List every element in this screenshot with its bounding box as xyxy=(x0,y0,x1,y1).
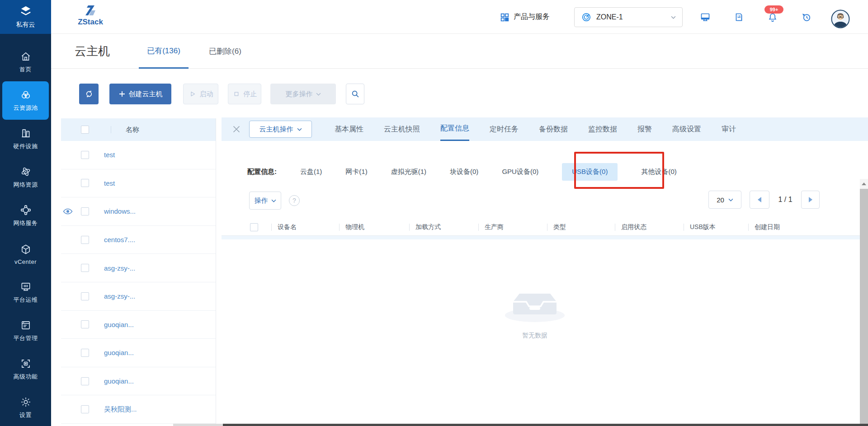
vertical-scrollbar-thumb[interactable] xyxy=(860,189,868,425)
console-monitor-icon[interactable] xyxy=(700,12,711,23)
vm-list-header: 名称 xyxy=(61,118,216,141)
tab-vm-snapshot[interactable]: 云主机快照 xyxy=(384,117,420,141)
tab-alarm[interactable]: 报警 xyxy=(637,117,652,141)
vm-row[interactable]: 吴秋阳测... xyxy=(61,395,216,424)
brand-label: 私有云 xyxy=(16,21,35,29)
tab-monitor-data[interactable]: 监控数据 xyxy=(588,117,617,141)
subtab-usb-device[interactable]: USB设备(0) xyxy=(562,163,618,181)
vm-actions-dropdown[interactable]: 云主机操作 xyxy=(249,121,312,138)
row-checkbox[interactable] xyxy=(81,377,89,385)
select-all-checkbox[interactable] xyxy=(81,126,89,134)
close-detail-icon[interactable] xyxy=(231,124,241,134)
help-icon[interactable]: ? xyxy=(289,195,300,206)
row-checkbox[interactable] xyxy=(81,236,89,244)
page-size-select[interactable]: 20 xyxy=(708,191,741,209)
vm-name-link[interactable]: asg-zsy-... xyxy=(104,292,135,300)
sidebar-item-network-service[interactable]: 网络服务 xyxy=(0,197,51,235)
vertical-scrollbar[interactable] xyxy=(860,179,868,426)
sidebar-item-network-resource[interactable]: 网络资源 xyxy=(0,158,51,197)
prev-page-button[interactable] xyxy=(750,191,769,209)
ops-dropdown-button[interactable]: 操作 xyxy=(249,192,281,210)
sidebar-item-vcenter[interactable]: vCenter xyxy=(0,235,51,273)
tab-backup-data[interactable]: 备份数据 xyxy=(539,117,568,141)
sidebar-item-settings[interactable]: 设置 xyxy=(0,389,51,426)
stop-button[interactable]: 停止 xyxy=(228,84,261,104)
row-checkbox[interactable] xyxy=(81,207,89,215)
vm-row[interactable]: asg-zsy-... xyxy=(61,282,216,311)
zstack-logo[interactable]: ZStack xyxy=(77,5,104,27)
subtab-other-device[interactable]: 其他设备(0) xyxy=(641,168,676,176)
vm-row[interactable]: test xyxy=(61,169,216,198)
tab-scheduled-tasks[interactable]: 定时任务 xyxy=(490,117,519,141)
vm-row[interactable]: guoqian... xyxy=(61,311,216,339)
scroll-up-arrow[interactable] xyxy=(860,179,868,189)
advanced-features-icon xyxy=(20,358,32,370)
more-actions-button[interactable]: 更多操作 xyxy=(270,84,336,104)
sidebar: 私有云 首页 云资源池 硬件设施 xyxy=(0,0,51,426)
chevron-down-icon xyxy=(728,198,733,201)
search-button[interactable] xyxy=(346,84,364,104)
subtab-volume[interactable]: 云盘(1) xyxy=(300,168,322,176)
tab-deleted[interactable]: 已删除(6) xyxy=(207,34,243,69)
refresh-icon xyxy=(84,89,94,99)
zstack-logo-icon xyxy=(84,5,97,17)
vm-name-link[interactable]: centos7.... xyxy=(104,236,135,243)
vm-row[interactable]: guoqian... xyxy=(61,339,216,367)
vm-name-link[interactable]: 吴秋阳测... xyxy=(104,405,137,414)
sidebar-brand[interactable]: 私有云 xyxy=(0,0,51,34)
history-clock-icon[interactable] xyxy=(801,12,812,23)
vm-name-link[interactable]: test xyxy=(104,179,115,187)
next-page-button[interactable] xyxy=(801,191,820,209)
create-vm-button[interactable]: 创建云主机 xyxy=(109,84,171,104)
vm-name-link[interactable]: test xyxy=(104,151,115,159)
subtab-cdrom[interactable]: 虚拟光驱(1) xyxy=(391,168,426,176)
vm-row[interactable]: guoqian... xyxy=(61,367,216,396)
products-services-menu[interactable]: 产品与服务 xyxy=(500,0,550,34)
plus-icon xyxy=(118,90,126,98)
start-button[interactable]: 启动 xyxy=(183,84,218,104)
subtab-nic[interactable]: 网卡(1) xyxy=(345,168,367,176)
vm-name-link[interactable]: guoqian... xyxy=(104,377,134,385)
sidebar-item-advanced[interactable]: 高级功能 xyxy=(0,350,51,389)
tab-config-info[interactable]: 配置信息 xyxy=(440,117,469,141)
user-avatar[interactable] xyxy=(831,9,850,28)
row-checkbox[interactable] xyxy=(81,320,89,328)
document-log-icon[interactable] xyxy=(733,12,744,23)
sidebar-item-cloud-pool[interactable]: 云资源池 xyxy=(2,81,49,120)
network-service-icon xyxy=(20,204,32,216)
row-checkbox[interactable] xyxy=(81,349,89,357)
tab-advanced-settings[interactable]: 高级设置 xyxy=(672,117,701,141)
row-checkbox[interactable] xyxy=(81,264,89,272)
vm-name-link[interactable]: windows... xyxy=(104,207,136,215)
usb-table-header: 设备名 物理机 加载方式 生产商 类型 启用状态 USB版本 创建日期 xyxy=(222,219,868,236)
vm-row[interactable]: asg-zsy-... xyxy=(61,254,216,282)
vm-name-link[interactable]: guoqian... xyxy=(104,349,134,356)
vm-row[interactable]: centos7.... xyxy=(61,226,216,254)
sidebar-item-platform-ops[interactable]: 平台运维 xyxy=(0,273,51,312)
vm-row-selected[interactable]: windows... xyxy=(61,197,216,226)
vm-name-link[interactable]: asg-zsy-... xyxy=(104,264,135,272)
row-checkbox[interactable] xyxy=(81,405,89,413)
vm-row[interactable]: test xyxy=(61,141,216,169)
row-checkbox[interactable] xyxy=(81,151,89,159)
refresh-button[interactable] xyxy=(79,84,99,104)
sidebar-item-platform-mgmt[interactable]: 平台管理 xyxy=(0,312,51,350)
tab-audit[interactable]: 审计 xyxy=(722,117,736,141)
horizontal-scrollbar-thumb[interactable] xyxy=(223,424,868,426)
horizontal-scrollbar-track[interactable] xyxy=(173,424,223,426)
cloud-pool-icon xyxy=(20,89,32,101)
grid-icon xyxy=(500,12,509,22)
tab-existing[interactable]: 已有(136) xyxy=(139,34,189,69)
row-checkbox[interactable] xyxy=(81,292,89,300)
tab-basic-properties[interactable]: 基本属性 xyxy=(335,117,363,141)
subtab-block-device[interactable]: 块设备(0) xyxy=(450,168,478,176)
row-checkbox[interactable] xyxy=(81,179,89,187)
vm-name-link[interactable]: guoqian... xyxy=(104,321,134,328)
stop-icon xyxy=(232,90,241,98)
sidebar-item-hardware[interactable]: 硬件设施 xyxy=(0,120,51,158)
subtab-gpu-device[interactable]: GPU设备(0) xyxy=(502,168,538,176)
sidebar-item-home[interactable]: 首页 xyxy=(0,43,51,81)
select-all-checkbox[interactable] xyxy=(250,223,258,231)
vcenter-cube-icon xyxy=(20,243,32,255)
zone-selector[interactable]: ZONE-1 xyxy=(574,7,683,27)
